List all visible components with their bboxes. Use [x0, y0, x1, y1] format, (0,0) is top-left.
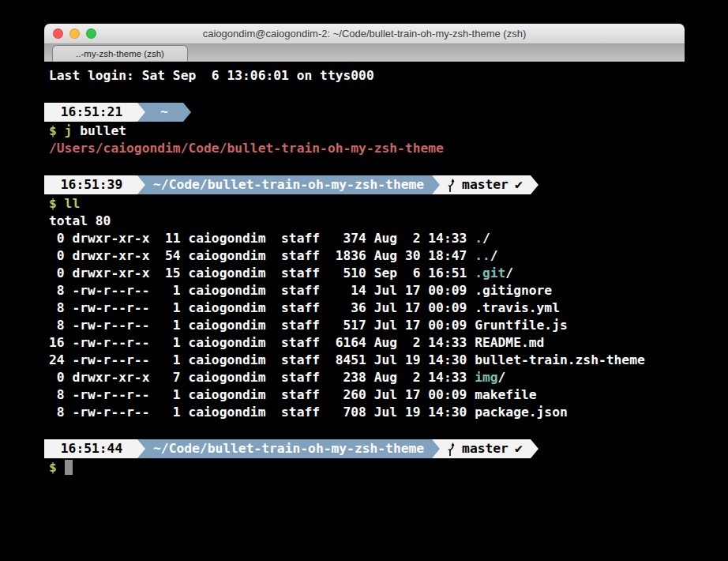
file-row: 8 -rw-r--r-- 1 caiogondim staff 708 Jul … — [49, 404, 685, 421]
git-branch-name: master — [462, 175, 508, 194]
git-branch-icon — [447, 179, 456, 192]
file-meta: 8 -rw-r--r-- 1 caiogondim staff 708 Jul … — [49, 405, 475, 420]
file-dir-slash: / — [490, 248, 498, 263]
prompt-git-segment: master ✔ — [440, 175, 531, 194]
text-cursor — [65, 460, 73, 475]
file-row: 8 -rw-r--r-- 1 caiogondim staff 36 Jul 1… — [49, 299, 685, 317]
last-login-line: Last login: Sat Sep 6 13:06:01 on ttys00… — [49, 67, 685, 85]
powerline-separator-icon — [432, 175, 440, 194]
file-meta: 8 -rw-r--r-- 1 caiogondim staff 260 Jul … — [49, 387, 475, 402]
ls-total-text: total 80 — [49, 213, 111, 228]
file-row: 8 -rw-r--r-- 1 caiogondim staff 517 Jul … — [49, 317, 685, 334]
blank-line — [49, 85, 685, 102]
file-dir-slash: / — [482, 231, 490, 246]
prompt-path-segment: ~/Code/bullet-train-oh-my-zsh-theme — [145, 439, 432, 458]
powerline-separator-icon — [531, 439, 538, 458]
prompt-path-segment: ~ — [145, 103, 183, 122]
file-row: 16 -rw-r--r-- 1 caiogondim staff 6164 Au… — [49, 334, 685, 352]
prompt-time-segment: 16:51:44 — [44, 439, 137, 458]
file-name: .git — [475, 265, 505, 280]
tab-bar: ..-my-zsh-theme (zsh) — [44, 44, 685, 62]
file-name: makefile — [475, 387, 536, 402]
file-name: README.md — [475, 335, 544, 350]
cd-output-line: /Users/caiogondim/Code/bullet-train-oh-m… — [49, 140, 685, 157]
file-row: 8 -rw-r--r-- 1 caiogondim staff 14 Jul 1… — [49, 282, 685, 299]
git-clean-check: ✔ — [515, 439, 523, 458]
git-branch-icon — [447, 442, 456, 456]
file-name: . — [475, 231, 482, 246]
powerline-separator-icon — [183, 103, 191, 122]
file-meta: 8 -rw-r--r-- 1 caiogondim staff 14 Jul 1… — [49, 283, 475, 298]
file-name: bullet-train.zsh-theme — [475, 352, 645, 367]
file-meta: 8 -rw-r--r-- 1 caiogondim staff 36 Jul 1… — [49, 300, 475, 315]
terminal-content[interactable]: Last login: Sat Sep 6 13:06:01 on ttys00… — [44, 62, 685, 556]
file-meta: 0 drwxr-xr-x 15 caiogondim staff 510 Sep… — [49, 265, 475, 280]
ls-total-line: total 80 — [49, 213, 685, 230]
cd-output-text: /Users/caiogondim/Code/bullet-train-oh-m… — [49, 141, 444, 156]
file-row: 24 -rw-r--r-- 1 caiogondim staff 8451 Ju… — [49, 352, 685, 369]
traffic-lights — [53, 24, 96, 43]
powerline-separator-icon — [137, 103, 145, 122]
powerline-separator-icon — [531, 175, 538, 194]
file-row: 8 -rw-r--r-- 1 caiogondim staff 260 Jul … — [49, 386, 685, 404]
terminal-window: caiogondim@caiogondim-2: ~/Code/bullet-t… — [44, 24, 685, 556]
file-row: 0 drwxr-xr-x 7 caiogondim staff 238 Aug … — [49, 369, 685, 386]
file-meta: 0 drwxr-xr-x 7 caiogondim staff 238 Aug … — [49, 370, 475, 385]
command-line-1: $ j bullet — [49, 122, 685, 140]
file-dir-slash: / — [505, 265, 513, 280]
blank-line — [49, 421, 685, 439]
close-button[interactable] — [53, 28, 63, 39]
prompt-line-1: 16:51:21 ~ — [44, 102, 685, 122]
prompt-char: $ — [49, 196, 65, 211]
prompt-git-segment: master ✔ — [440, 439, 531, 458]
zoom-button[interactable] — [86, 28, 96, 39]
file-list: 0 drwxr-xr-x 11 caiogondim staff 374 Aug… — [49, 230, 685, 421]
input-line[interactable]: $ — [49, 459, 685, 476]
file-row: 0 drwxr-xr-x 54 caiogondim staff 1836 Au… — [49, 247, 685, 265]
command-name: ll — [65, 196, 81, 211]
prompt-time-segment: 16:51:39 — [44, 175, 137, 194]
blank-line — [49, 157, 685, 175]
file-dir-slash: / — [498, 370, 506, 385]
command-args: bullet — [72, 123, 126, 138]
minimize-button[interactable] — [69, 28, 80, 39]
prompt-char: $ — [49, 123, 65, 138]
file-name: img — [475, 370, 497, 385]
file-meta: 24 -rw-r--r-- 1 caiogondim staff 8451 Ju… — [49, 352, 475, 367]
file-name: .travis.yml — [475, 300, 560, 315]
file-meta: 8 -rw-r--r-- 1 caiogondim staff 517 Jul … — [49, 318, 475, 333]
window-titlebar[interactable]: caiogondim@caiogondim-2: ~/Code/bullet-t… — [44, 24, 685, 44]
prompt-line-3: 16:51:44 ~/Code/bullet-train-oh-my-zsh-t… — [44, 439, 685, 459]
powerline-separator-icon — [137, 439, 145, 458]
git-branch-name: master — [462, 439, 508, 458]
prompt-line-2: 16:51:39 ~/Code/bullet-train-oh-my-zsh-t… — [44, 175, 685, 195]
file-meta: 16 -rw-r--r-- 1 caiogondim staff 6164 Au… — [49, 335, 475, 350]
command-line-2: $ ll — [49, 195, 685, 213]
prompt-char: $ — [49, 460, 65, 475]
file-meta: 0 drwxr-xr-x 11 caiogondim staff 374 Aug… — [49, 231, 475, 246]
last-login-text: Last login: Sat Sep 6 13:06:01 on ttys00… — [49, 68, 374, 83]
prompt-path-segment: ~/Code/bullet-train-oh-my-zsh-theme — [145, 175, 432, 194]
file-name: Gruntfile.js — [475, 318, 568, 333]
tab-active[interactable]: ..-my-zsh-theme (zsh) — [52, 45, 188, 62]
prompt-time-segment: 16:51:21 — [44, 103, 137, 122]
git-clean-check: ✔ — [515, 175, 523, 194]
file-row: 0 drwxr-xr-x 11 caiogondim staff 374 Aug… — [49, 230, 685, 247]
window-title: caiogondim@caiogondim-2: ~/Code/bullet-t… — [203, 28, 527, 40]
tab-label: ..-my-zsh-theme (zsh) — [76, 49, 164, 58]
file-meta: 0 drwxr-xr-x 54 caiogondim staff 1836 Au… — [49, 248, 475, 263]
powerline-separator-icon — [432, 439, 440, 458]
powerline-separator-icon — [137, 175, 145, 194]
file-name: .. — [475, 248, 490, 263]
file-row: 0 drwxr-xr-x 15 caiogondim staff 510 Sep… — [49, 265, 685, 282]
file-name: .gitignore — [475, 283, 552, 298]
command-name: j — [65, 123, 73, 138]
file-name: package.json — [475, 405, 568, 420]
